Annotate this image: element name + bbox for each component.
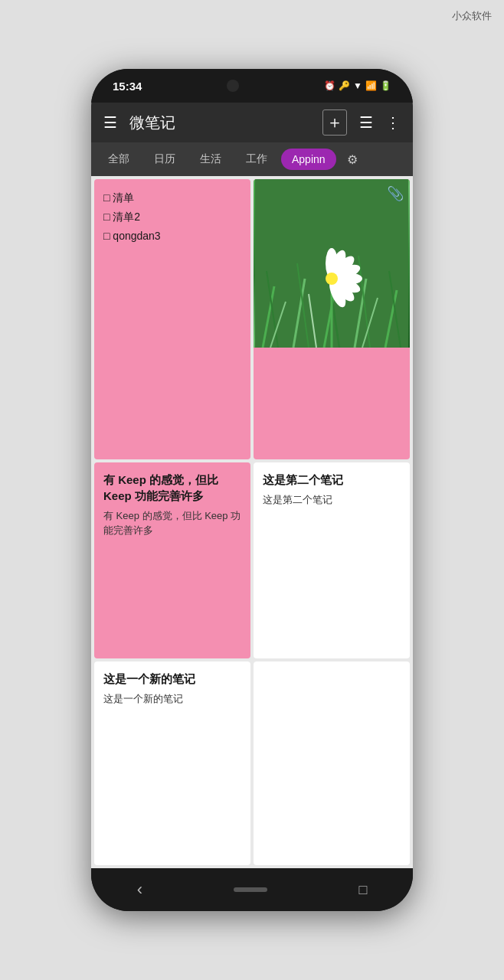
back-button[interactable]: ‹ [137,880,142,900]
note-new[interactable]: 这是一个新的笔记 这是一个新的笔记 [94,662,250,865]
recents-button[interactable]: □ [358,882,367,898]
status-icons: ⏰ 🔑 ▼ 📶 🔋 [324,80,391,91]
tab-work[interactable]: 工作 [235,148,278,171]
add-note-icon[interactable]: ＋ [322,109,347,136]
tab-all[interactable]: 全部 [97,148,140,171]
phone-frame: 15:34 ⏰ 🔑 ▼ 📶 🔋 ☰ 微笔记 ＋ ☰ ⋮ 全部 [91,69,413,911]
list-view-icon[interactable]: ☰ [359,113,373,132]
status-bar: 15:34 ⏰ 🔑 ▼ 📶 🔋 [91,69,413,103]
notes-grid: □ 清单 □ 清单2 □ qongdan3 📎 [91,176,413,868]
note-keep[interactable]: 有 Keep 的感觉，但比 Keep 功能完善许多 有 Keep 的感觉，但比 … [94,462,250,659]
alarm-icon: ⏰ [324,80,335,91]
checklist-content: □ 清单 □ 清单2 □ qongdan3 [103,188,241,247]
note-checklist[interactable]: □ 清单 □ 清单2 □ qongdan3 [94,179,250,459]
home-button[interactable] [234,887,267,892]
svg-point-23 [326,273,338,285]
key-icon: 🔑 [339,80,350,91]
note-image[interactable]: 📎 [254,179,410,459]
checklist-item-1: □ 清单 [103,188,241,207]
tab-appinn[interactable]: Appinn [281,149,336,170]
note-new-body: 这是一个新的笔记 [103,691,241,707]
checklist-item-3: □ qongdan3 [103,227,241,246]
note-second[interactable]: 这是第二个笔记 这是第二个笔记 [254,462,410,659]
note-second-title: 这是第二个笔记 [263,472,401,488]
signal-icon: 📶 [365,80,377,91]
menu-icon[interactable]: ☰ [103,113,117,132]
note-keep-title: 有 Keep 的感觉，但比 Keep 功能完善许多 [103,472,241,504]
note-empty [254,662,410,865]
camera-notch [227,80,239,92]
tab-life[interactable]: 生活 [189,148,232,171]
checklist-item-2: □ 清单2 [103,207,241,227]
battery-icon: 🔋 [380,80,391,91]
app-title: 微笔记 [129,113,310,133]
note-new-title: 这是一个新的笔记 [103,671,241,687]
nav-bar: ‹ □ [91,868,413,911]
attachment-icon: 📎 [387,185,404,202]
flower-image [254,179,410,348]
phone-screen: ☰ 微笔记 ＋ ☰ ⋮ 全部 日历 生活 工作 Appinn ⚙ □ [91,103,413,868]
settings-icon[interactable]: ⚙ [339,148,365,172]
wifi-icon: ▼ [353,80,362,91]
tab-calendar[interactable]: 日历 [143,148,186,171]
toolbar: ☰ 微笔记 ＋ ☰ ⋮ [91,103,413,142]
flower-svg [254,179,410,348]
status-time: 15:34 [113,80,142,93]
phone-wrapper: 15:34 ⏰ 🔑 ▼ 📶 🔋 ☰ 微笔记 ＋ ☰ ⋮ 全部 [0,0,504,980]
more-options-icon[interactable]: ⋮ [385,113,401,132]
category-tabs: 全部 日历 生活 工作 Appinn ⚙ [91,142,413,176]
note-keep-body: 有 Keep 的感觉，但比 Keep 功能完善许多 [103,508,241,538]
note-second-body: 这是第二个笔记 [263,492,401,508]
